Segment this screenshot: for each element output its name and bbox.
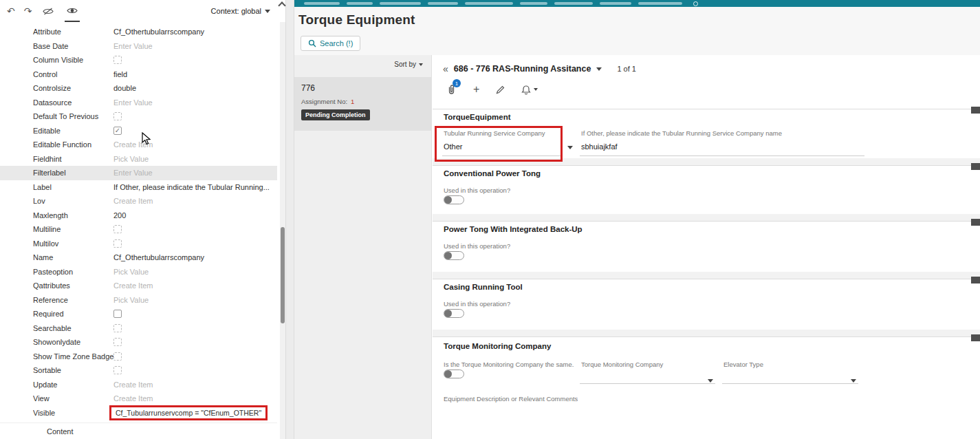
- property-row[interactable]: Attribute Cf_Othertubularrscompany: [0, 25, 277, 39]
- checkbox-dashed-icon[interactable]: [113, 239, 122, 248]
- property-value[interactable]: Enter Value: [113, 98, 277, 107]
- property-row[interactable]: Label If Other, please indicate the Tubu…: [0, 180, 277, 195]
- scrollbar[interactable]: [280, 22, 285, 439]
- property-value[interactable]: 200: [113, 211, 277, 220]
- checkbox-dashed-icon[interactable]: [113, 112, 122, 120]
- property-row[interactable]: Pasteoption Pick Value: [0, 265, 277, 279]
- chevron-down-icon[interactable]: [708, 379, 713, 383]
- property-value[interactable]: double: [113, 84, 277, 92]
- property-value[interactable]: Pick Value: [113, 296, 277, 304]
- other-company-input[interactable]: sbhuiajkfaf: [581, 142, 618, 151]
- property-row[interactable]: Show Time Zone Badge: [0, 350, 277, 364]
- list-item[interactable]: 776 Assignment No:1 Pending Completion: [294, 77, 432, 131]
- property-row[interactable]: Visible Cf_Tubularrunservcomp = "CfEnum_…: [0, 406, 277, 420]
- scrollbar-thumb[interactable]: [281, 227, 285, 323]
- checkbox-dashed-icon[interactable]: [113, 352, 122, 361]
- property-value[interactable]: Create Item: [113, 394, 277, 403]
- property-value[interactable]: Create Item: [113, 281, 277, 290]
- redo-icon[interactable]: ↷: [24, 6, 32, 16]
- property-row[interactable]: Multiline: [0, 222, 277, 237]
- panel-divider[interactable]: [285, 0, 294, 439]
- toggle-switch[interactable]: [444, 309, 464, 318]
- property-row[interactable]: Base Date Enter Value: [0, 39, 277, 54]
- toggle-switch[interactable]: [444, 370, 464, 378]
- eye-icon[interactable]: [65, 0, 80, 22]
- toggle-switch[interactable]: [444, 195, 464, 204]
- property-row[interactable]: Sortable: [0, 363, 277, 378]
- breadcrumb-chip[interactable]: [520, 2, 547, 5]
- undo-icon[interactable]: ↶: [7, 6, 15, 16]
- elevator-type-select[interactable]: [722, 383, 858, 384]
- property-value[interactable]: Create Item: [113, 381, 277, 389]
- checkbox-dashed-icon[interactable]: [113, 56, 122, 64]
- section-title: Torque Monitoring Company: [444, 342, 551, 350]
- breadcrumb-chip[interactable]: [638, 2, 682, 5]
- property-row[interactable]: View Create Item: [0, 392, 277, 406]
- attachment-button[interactable]: 1: [446, 84, 457, 95]
- notifications-button[interactable]: [521, 85, 538, 95]
- property-row[interactable]: Required: [0, 307, 277, 321]
- property-row[interactable]: Column Visible: [0, 53, 277, 67]
- property-value[interactable]: Enter Value: [113, 169, 277, 177]
- breadcrumb-chip[interactable]: [347, 2, 373, 5]
- property-row[interactable]: Multilov: [0, 237, 277, 251]
- context-dropdown[interactable]: Context: global: [211, 7, 279, 15]
- checkbox-dashed-icon[interactable]: [113, 366, 122, 374]
- property-row[interactable]: Default To Previous: [0, 109, 277, 124]
- property-row[interactable]: Showonlydate: [0, 335, 277, 350]
- property-row[interactable]: Lov Create Item: [0, 194, 277, 208]
- chevron-down-icon[interactable]: [567, 146, 573, 149]
- property-row[interactable]: Editable Function Create Item: [0, 138, 277, 152]
- property-row[interactable]: Searchable: [0, 321, 277, 336]
- add-button[interactable]: +: [473, 84, 479, 95]
- property-value[interactable]: Cf_Othertubularrscompany: [113, 28, 277, 36]
- checkbox-dashed-icon[interactable]: [113, 324, 122, 332]
- plus-icon: +: [473, 84, 479, 95]
- collapse-record-list-icon[interactable]: «: [443, 63, 448, 74]
- property-value[interactable]: Pick Value: [113, 268, 277, 276]
- property-value[interactable]: Create Item: [113, 197, 277, 205]
- breadcrumb-chip[interactable]: [304, 2, 340, 5]
- property-row[interactable]: Controlsize double: [0, 81, 277, 96]
- edge-marker: [971, 334, 980, 341]
- search-button[interactable]: Search (!): [301, 36, 360, 51]
- checkbox-dashed-icon[interactable]: [113, 338, 122, 346]
- checkbox-empty-icon[interactable]: [113, 310, 122, 318]
- property-row[interactable]: Qattributes Create Item: [0, 279, 277, 293]
- app-window: ↶ ↷ Context: global Attribute Cf_Oth: [0, 0, 980, 439]
- property-row[interactable]: Name Cf_Othertubularrscompany: [0, 250, 277, 265]
- checkbox-checked-icon[interactable]: [113, 127, 122, 135]
- property-value[interactable]: Enter Value: [113, 42, 277, 50]
- breadcrumb-chip[interactable]: [428, 2, 458, 5]
- property-row[interactable]: Maxlength 200: [0, 208, 277, 223]
- checkbox-dashed-icon[interactable]: [113, 225, 122, 233]
- annotated-property-value[interactable]: Cf_Tubularrunservcomp = "CfEnum_OTHER": [109, 405, 268, 420]
- eye-off-icon[interactable]: [41, 0, 56, 22]
- property-row[interactable]: Datasource Enter Value: [0, 96, 277, 110]
- property-row[interactable]: Filterlabel Enter Value: [0, 166, 277, 180]
- property-row[interactable]: Fieldhint Pick Value: [0, 152, 277, 167]
- toggle-switch[interactable]: [444, 251, 464, 260]
- comments-textarea[interactable]: [442, 405, 972, 436]
- help-icon[interactable]: [693, 1, 698, 6]
- content-section[interactable]: Content: [0, 422, 277, 439]
- property-row[interactable]: Editable: [0, 124, 277, 138]
- property-panel-toolbar: ↶ ↷ Context: global: [0, 0, 285, 22]
- breadcrumb-chip[interactable]: [465, 2, 513, 5]
- property-row[interactable]: Update Create Item: [0, 378, 277, 392]
- edit-button[interactable]: [496, 85, 505, 94]
- property-row[interactable]: Control field: [0, 67, 277, 82]
- breadcrumb-chip[interactable]: [554, 2, 593, 5]
- property-value[interactable]: If Other, please indicate the Tubular Ru…: [113, 183, 277, 191]
- monitoring-company-select[interactable]: [580, 383, 715, 384]
- breadcrumb-chip[interactable]: [380, 2, 421, 5]
- sort-by-dropdown[interactable]: Sort by: [394, 61, 423, 68]
- property-value[interactable]: Create Item: [113, 140, 277, 149]
- property-value[interactable]: Pick Value: [113, 155, 277, 163]
- record-title-caret-icon[interactable]: [596, 67, 602, 71]
- chevron-down-icon[interactable]: [851, 379, 856, 383]
- property-row[interactable]: Reference Pick Value: [0, 293, 277, 308]
- breadcrumb-chip[interactable]: [600, 2, 631, 5]
- property-value[interactable]: Cf_Othertubularrscompany: [113, 253, 277, 261]
- property-value[interactable]: field: [113, 70, 277, 78]
